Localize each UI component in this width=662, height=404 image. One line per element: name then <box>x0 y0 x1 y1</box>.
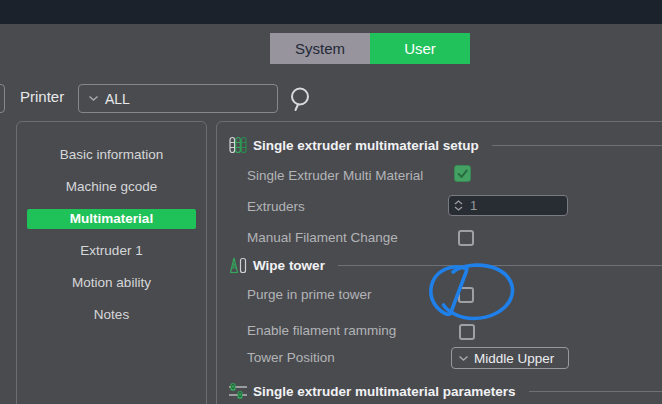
label-manual-filament-change: Manual Filament Change <box>247 228 398 248</box>
section-header-smm-parameters: 0 0 Single extruder multimaterial parame… <box>229 381 662 401</box>
preset-source-tabs: System User <box>270 33 470 64</box>
tab-system[interactable]: System <box>270 33 370 64</box>
svg-text:0: 0 <box>231 383 235 390</box>
tower-position-value: Middle Upper <box>474 351 554 366</box>
tower-position-select[interactable]: Middle Upper <box>451 347 569 369</box>
stepper-arrows-icon[interactable] <box>454 200 463 211</box>
wipe-tower-icon <box>229 256 247 274</box>
section-divider <box>338 265 662 266</box>
sidebar-item-notes[interactable]: Notes <box>27 305 196 325</box>
extruders-stepper[interactable]: 1 <box>448 195 568 216</box>
filament-coils-icon <box>229 136 247 154</box>
section-divider <box>492 145 662 146</box>
checkbox-single-extruder-multi-material[interactable] <box>454 165 471 182</box>
label-single-extruder-multi-material: Single Extruder Multi Material <box>247 166 423 186</box>
extruders-value: 1 <box>470 198 477 213</box>
label-purge-in-prime-tower: Purge in prime tower <box>247 285 372 305</box>
search-icon[interactable] <box>289 86 313 113</box>
check-icon <box>456 167 469 180</box>
window-topbar <box>0 0 662 24</box>
sidebar-item-basic-information[interactable]: Basic information <box>27 145 196 165</box>
printer-label: Printer <box>20 88 64 105</box>
section-divider <box>529 391 662 392</box>
section-title: Wipe tower <box>253 258 325 273</box>
printer-filter-value: ALL <box>105 91 130 107</box>
printer-filter-select[interactable]: ALL <box>78 84 278 113</box>
checkbox-enable-filament-ramming[interactable] <box>459 324 475 340</box>
sidebar-item-multimaterial[interactable]: Multimaterial <box>27 209 196 229</box>
section-header-wipe-tower: Wipe tower <box>229 255 662 275</box>
label-tower-position: Tower Position <box>247 348 335 368</box>
tab-user[interactable]: User <box>370 33 470 64</box>
sidebar-item-motion-ability[interactable]: Motion ability <box>27 273 196 293</box>
sliders-icon: 0 0 <box>229 382 247 400</box>
sidebar-item-extruder-1[interactable]: Extruder 1 <box>27 241 196 261</box>
checkbox-purge-in-prime-tower[interactable] <box>458 287 474 303</box>
section-header-smm-setup: Single extruder multimaterial setup <box>229 135 662 155</box>
chevron-down-icon <box>88 95 99 102</box>
sidebar-item-machine-gcode[interactable]: Machine gcode <box>27 177 196 197</box>
checkbox-manual-filament-change[interactable] <box>458 230 474 246</box>
settings-sidebar: Basic information Machine gcode Multimat… <box>16 121 207 404</box>
label-enable-filament-ramming: Enable filament ramming <box>247 321 396 341</box>
section-title: Single extruder multimaterial setup <box>253 138 479 153</box>
svg-text:0: 0 <box>238 391 242 398</box>
section-title: Single extruder multimaterial parameters <box>253 384 516 399</box>
chevron-down-icon <box>458 355 469 362</box>
edge-cutoff-button[interactable] <box>0 84 5 113</box>
multimaterial-settings-panel: Single extruder multimaterial setup Sing… <box>216 121 662 404</box>
label-extruders: Extruders <box>247 197 305 217</box>
printer-settings-window: System User Printer ALL Basic informatio… <box>0 0 662 404</box>
